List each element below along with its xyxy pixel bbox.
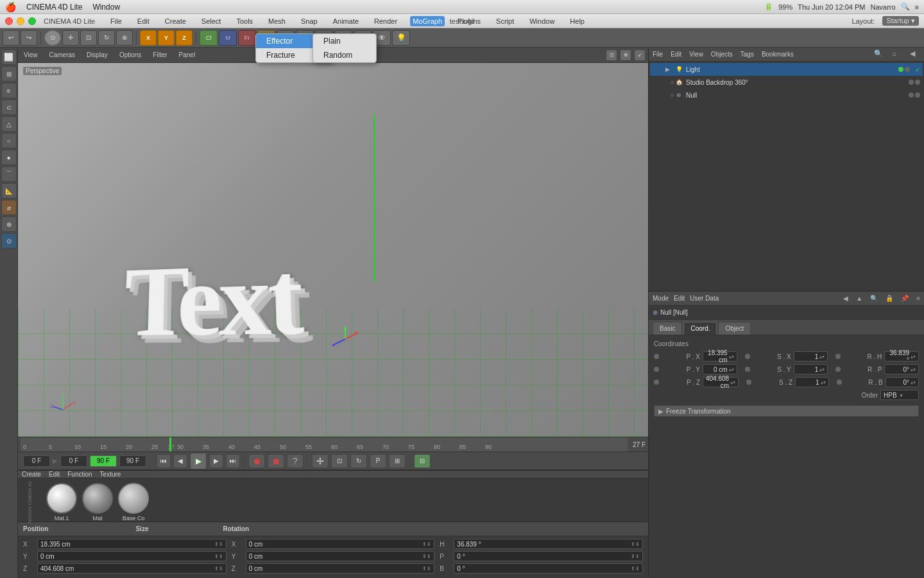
props-userdata[interactable]: User Data <box>690 295 719 302</box>
vp-btn-3[interactable]: ↙ <box>634 49 646 61</box>
vp-btn-1[interactable]: ⊡ <box>606 49 617 61</box>
b-rot-stepper[interactable]: ⬆⬇ <box>631 566 640 572</box>
props-nav-left[interactable]: ◀ <box>843 295 848 302</box>
menu-mesh[interactable]: Mesh <box>266 16 288 26</box>
props-lock[interactable]: 🔒 <box>886 295 893 302</box>
list-icon[interactable]: ≡ <box>915 3 919 11</box>
h-rot-field[interactable]: 36.839 ° ⬆⬇ <box>454 539 643 549</box>
tool-mograph-side[interactable]: ⊙ <box>1 233 17 249</box>
obj-light-dot-2[interactable] <box>905 67 910 72</box>
py-stepper[interactable]: ▴▾ <box>729 367 734 372</box>
maximize-button[interactable] <box>28 17 36 25</box>
px-field[interactable]: 18.395 cm ▴▾ <box>703 351 737 362</box>
menu-window-top[interactable]: Window <box>87 0 125 14</box>
mat-texture[interactable]: Texture <box>100 471 121 478</box>
rh-stepper[interactable]: ▴▾ <box>911 354 916 360</box>
tool-sweep[interactable]: ⊂ <box>1 100 17 115</box>
props-edit[interactable]: Edit <box>674 295 685 302</box>
mat-create[interactable]: Create <box>22 471 41 478</box>
pb-timeline-btn[interactable]: ↻ <box>350 454 367 468</box>
h-rot-stepper[interactable]: ⬆⬇ <box>631 541 640 547</box>
obj-studio[interactable]: ○ 🏠 Studio Backdrop 360° <box>650 76 923 89</box>
mograph-cloner[interactable]: Cl <box>200 30 218 46</box>
pb-keys[interactable]: ⊡ <box>331 454 348 468</box>
pb-transform[interactable]: ✛ <box>312 454 329 468</box>
tool-measure[interactable]: 📐 <box>1 183 17 198</box>
menu-edit[interactable]: Edit <box>135 16 152 26</box>
tool-boole[interactable]: ⊕ <box>1 216 17 232</box>
menu-animate[interactable]: Animate <box>330 16 361 26</box>
apple-menu[interactable]: 🍎 <box>5 2 16 12</box>
vp-view[interactable]: View <box>21 50 41 60</box>
obj-light-expand[interactable]: ▶ <box>665 66 672 73</box>
pz-field[interactable]: 404.608 cm ▴▾ <box>703 377 739 387</box>
tab-basic[interactable]: Basic <box>653 322 682 335</box>
tool-sphere[interactable]: ● <box>1 150 17 165</box>
search-icon[interactable]: 🔍 <box>901 3 910 11</box>
vp-panel[interactable]: Panel <box>176 50 199 60</box>
obj-objects[interactable]: Objects <box>711 51 733 58</box>
obj-null[interactable]: ○ ⊕ Null <box>650 89 923 101</box>
live-selection-button[interactable]: ⊙ <box>44 30 61 46</box>
y-pos-stepper[interactable]: ⬆⬇ <box>214 554 223 559</box>
vp-btn-2[interactable]: ⊕ <box>620 49 631 61</box>
obj-null-dot-1[interactable] <box>909 92 914 98</box>
obj-tags[interactable]: Tags <box>740 51 754 58</box>
obj-home-icon[interactable]: ⌂ <box>892 49 902 60</box>
rh-field[interactable]: 36.839 ° ▴▾ <box>884 351 919 362</box>
material-mat1[interactable]: Mat.1 <box>46 483 77 521</box>
obj-studio-dot-2[interactable] <box>915 80 920 85</box>
menu-help[interactable]: Help <box>567 16 587 26</box>
tool-pyramid[interactable]: △ <box>1 116 17 132</box>
obj-light-check[interactable]: ✓ <box>915 66 920 73</box>
z-pos-stepper[interactable]: ⬆⬇ <box>214 566 223 572</box>
obj-file[interactable]: File <box>653 51 663 58</box>
pz-stepper[interactable]: ▴▾ <box>730 380 735 385</box>
effector-submenu[interactable]: Plain Random <box>312 33 377 63</box>
viewport-3d[interactable]: Perspective Text X Y Z <box>18 63 648 437</box>
text-3d-object[interactable]: Text <box>122 240 302 361</box>
tool-bend[interactable]: ⌀ <box>1 200 17 215</box>
obj-bookmarks[interactable]: Bookmarks <box>762 51 794 58</box>
tab-object[interactable]: Object <box>718 322 751 335</box>
pb-prev-frame[interactable]: ◀ <box>173 454 187 468</box>
obj-null-expand[interactable]: ○ <box>665 92 672 98</box>
z-size-stepper[interactable]: ⬆⬇ <box>422 566 431 572</box>
b-rot-field[interactable]: 0 ° ⬆⬇ <box>454 563 643 574</box>
rp-field[interactable]: 0° ▴▾ <box>884 364 919 374</box>
axis-y-button[interactable]: Y <box>158 30 175 46</box>
transform-button[interactable]: ⊕ <box>116 30 133 46</box>
tool-cube[interactable]: ⬜ <box>1 49 17 65</box>
rotate-button[interactable]: ↻ <box>98 30 115 46</box>
end-frame[interactable]: 90 F <box>90 455 117 467</box>
tool-grid[interactable]: ⊞ <box>1 66 17 82</box>
obj-view[interactable]: View <box>689 51 703 58</box>
menu-cinema4d[interactable]: CINEMA 4D Lite <box>21 0 87 14</box>
end-frame2[interactable]: 90 F <box>119 455 146 467</box>
obj-search-icon[interactable]: 🔍 <box>874 49 884 60</box>
mograph-light-btn[interactable]: 💡 <box>392 30 410 46</box>
props-search[interactable]: 🔍 <box>870 295 878 302</box>
props-pin[interactable]: 📌 <box>901 295 909 302</box>
tab-coord[interactable]: Coord. <box>683 322 717 335</box>
pb-dope[interactable]: ⊞ <box>389 454 406 468</box>
tool-bezier[interactable]: ⌒ <box>1 166 17 182</box>
sy-stepper[interactable]: ▴▾ <box>819 367 825 372</box>
axis-z-button[interactable]: Z <box>176 30 193 46</box>
obj-nav-left[interactable]: ◀ <box>910 49 920 60</box>
axis-x-button[interactable]: X <box>140 30 157 46</box>
x-size-stepper[interactable]: ⬆⬇ <box>422 541 431 547</box>
obj-light[interactable]: ▶ 💡 Light ✓ <box>650 63 923 76</box>
py-field[interactable]: 0 cm ▴▾ <box>703 364 737 374</box>
undo-button[interactable]: ↩ <box>3 30 19 46</box>
freeze-button[interactable]: ▶ Freeze Transformation <box>654 405 919 417</box>
current-frame[interactable]: 0 F <box>23 455 50 467</box>
mat-edit[interactable]: Edit <box>49 471 60 478</box>
sz-field[interactable]: 1 ▴▾ <box>795 377 828 387</box>
sz-stepper[interactable]: ▴▾ <box>821 380 826 385</box>
obj-studio-expand[interactable]: ○ <box>665 79 672 85</box>
y-size-stepper[interactable]: ⬆⬇ <box>422 554 431 559</box>
pb-next-frame[interactable]: ▶ <box>209 454 223 468</box>
p-rot-field[interactable]: 0 ° ⬆⬇ <box>454 551 643 561</box>
menu-script[interactable]: Script <box>493 16 517 26</box>
